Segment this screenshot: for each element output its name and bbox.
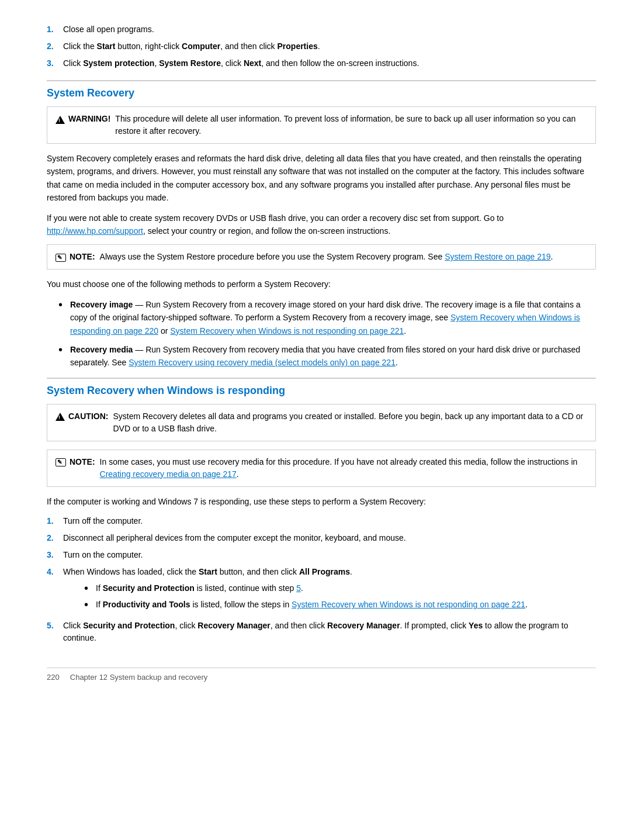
step-number: 3. (47, 549, 63, 561)
sub-bullet-dot: • (84, 582, 91, 594)
system-recovery-responding-heading: System Recovery when Windows is respondi… (47, 378, 596, 397)
responding-intro: If the computer is working and Windows 7… (47, 495, 596, 508)
sub-bullet-text: If Security and Protection is listed, co… (96, 582, 303, 594)
step-text: Click System protection, System Restore,… (63, 57, 419, 70)
note-text-before: Always use the System Restore procedure … (100, 252, 445, 261)
recovery-method-image: • Recovery image — Run System Recovery f… (58, 298, 596, 337)
recovery-methods-list: • Recovery image — Run System Recovery f… (47, 298, 596, 369)
recovery-media-link[interactable]: System Recovery using recovery media (se… (129, 358, 396, 367)
step-number: 2. (47, 532, 63, 544)
caution-box: CAUTION: System Recovery deletes all dat… (47, 404, 596, 441)
recovery-method-image-text: Recovery image — Run System Recovery fro… (70, 298, 596, 337)
note-label-text: NOTE: (70, 251, 95, 263)
step-number: 5. (47, 620, 63, 644)
bullet-dot: • (58, 344, 65, 355)
caution-text: System Recovery deletes all data and pro… (113, 410, 587, 435)
footer-chapter: Chapter 12 System backup and recovery (70, 673, 208, 682)
step-text: Click the Start button, right-click Comp… (63, 40, 320, 53)
warning-box: WARNING! This procedure will delete all … (47, 106, 596, 144)
creating-recovery-media-link[interactable]: Creating recovery media on page 217 (100, 469, 237, 479)
step-text: Click Security and Protection, click Rec… (63, 620, 596, 644)
note-text-after-2: . (237, 469, 239, 479)
step-number: 2. (47, 40, 63, 53)
step-text: When Windows has loaded, click the Start… (63, 566, 528, 615)
caution-triangle-icon (56, 413, 65, 421)
note-label-2: NOTE: (56, 456, 95, 468)
intro-step-2: 2. Click the Start button, right-click C… (47, 40, 596, 53)
intro-steps: 1. Close all open programs. 2. Click the… (47, 23, 596, 70)
note-box-system-restore: NOTE: Always use the System Restore proc… (47, 244, 596, 269)
system-recovery-para2: If you were not able to create system re… (47, 212, 596, 238)
note-text-after: . (551, 252, 553, 261)
note-box-recovery-media: NOTE: In some cases, you must use recove… (47, 450, 596, 487)
sub-bullet-text: If Productivity and Tools is listed, fol… (96, 598, 528, 611)
step-number: 1. (47, 515, 63, 527)
note-text-before-2: In some cases, you must use recovery med… (100, 457, 578, 466)
note-document-icon-2 (56, 458, 66, 466)
recovery-method-media: • Recovery media — Run System Recovery f… (58, 343, 596, 369)
system-recovery-heading: System Recovery (47, 80, 596, 99)
note-text-2: In some cases, you must use recovery med… (100, 456, 587, 481)
sub-bullet-productivity: • If Productivity and Tools is listed, f… (84, 598, 528, 611)
not-responding-page-221-link[interactable]: System Recovery when Windows is not resp… (170, 326, 404, 336)
step-number: 4. (47, 566, 63, 615)
caution-label-text: CAUTION: (68, 410, 108, 423)
note-text: Always use the System Restore procedure … (100, 251, 553, 263)
hp-support-link[interactable]: http://www.hp.com/support (47, 226, 143, 236)
caution-label: CAUTION: (56, 410, 108, 423)
step-text: Disconnect all peripheral devices from t… (63, 532, 406, 544)
responding-step-3: 3. Turn on the computer. (47, 549, 596, 561)
step-text: Turn on the computer. (63, 549, 143, 561)
warning-text: This procedure will delete all user info… (115, 113, 587, 137)
sub-bullet-security: • If Security and Protection is listed, … (84, 582, 528, 594)
methods-intro: You must choose one of the following met… (47, 278, 596, 291)
not-responding-page221-link2[interactable]: System Recovery when Windows is not resp… (292, 600, 525, 609)
responding-step-4: 4. When Windows has loaded, click the St… (47, 566, 596, 615)
note-document-icon (56, 254, 66, 262)
intro-step-3: 3. Click System protection, System Resto… (47, 57, 596, 70)
footer: 220 Chapter 12 System backup and recover… (47, 668, 596, 682)
system-recovery-para1: System Recovery completely erases and re… (47, 152, 596, 205)
note-label-text-2: NOTE: (70, 456, 95, 468)
step5-link[interactable]: 5 (296, 583, 301, 593)
responding-step-2: 2. Disconnect all peripheral devices fro… (47, 532, 596, 544)
responding-steps: 1. Turn off the computer. 2. Disconnect … (47, 515, 596, 644)
responding-step-1: 1. Turn off the computer. (47, 515, 596, 527)
warning-label-text: WARNING! (68, 113, 110, 125)
warning-triangle-icon (56, 116, 65, 124)
step-number: 3. (47, 57, 63, 70)
recovery-method-media-text: Recovery media — Run System Recovery fro… (70, 343, 596, 369)
responding-step-5: 5. Click Security and Protection, click … (47, 620, 596, 644)
para2-after-link: , select your country or region, and fol… (143, 226, 390, 236)
system-restore-page-link[interactable]: System Restore on page 219 (445, 252, 550, 261)
step-number: 1. (47, 23, 63, 36)
step-text: Turn off the computer. (63, 515, 143, 527)
intro-step-1: 1. Close all open programs. (47, 23, 596, 36)
sub-bullets: • If Security and Protection is listed, … (63, 582, 528, 611)
step-text: Close all open programs. (63, 23, 154, 36)
warning-label: WARNING! (56, 113, 110, 125)
footer-page: 220 (47, 673, 60, 682)
para2-before-link: If you were not able to create system re… (47, 213, 504, 223)
bullet-dot: • (58, 299, 65, 310)
sub-bullet-dot: • (84, 599, 91, 610)
note-label: NOTE: (56, 251, 95, 263)
